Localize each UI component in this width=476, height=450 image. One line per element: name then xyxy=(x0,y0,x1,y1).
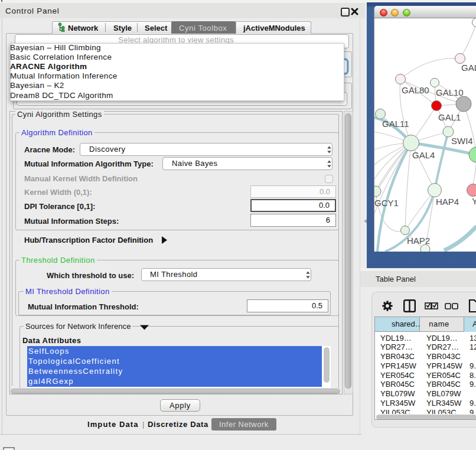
svg-text:GAL80: GAL80 xyxy=(402,85,429,95)
svg-text:HAP2: HAP2 xyxy=(407,236,430,246)
svg-text:HAP4: HAP4 xyxy=(436,197,459,207)
svg-text:GAL4: GAL4 xyxy=(412,150,435,160)
svg-text:Y: Y xyxy=(472,196,476,206)
svg-text:SWI4: SWI4 xyxy=(451,136,473,146)
svg-text:GAL1: GAL1 xyxy=(438,112,461,122)
svg-text:GAL10: GAL10 xyxy=(436,87,464,97)
svg-text:GAL: GAL xyxy=(461,63,476,73)
svg-text:GCY1: GCY1 xyxy=(374,198,399,208)
svg-text:GAL11: GAL11 xyxy=(382,119,409,129)
